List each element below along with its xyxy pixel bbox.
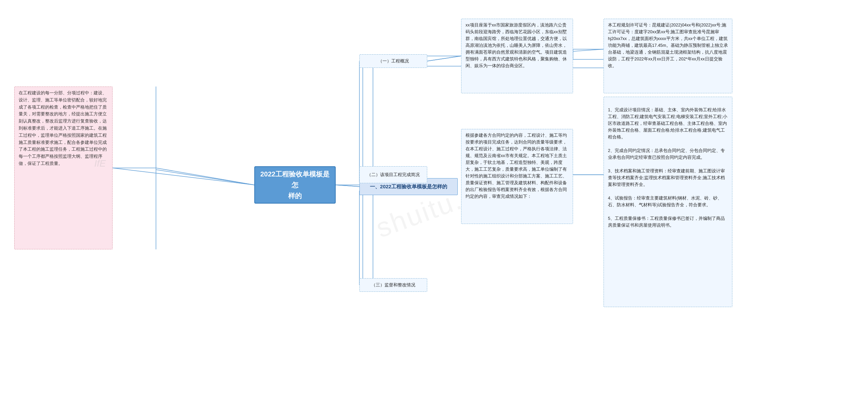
svg-line-6 (336, 185, 359, 187)
detail-overview-left-text: xx项目座落于xx市国家旅游度假区内，滇池路六公贵码头前段迎海路旁，西临海艺花园… (466, 23, 567, 68)
svg-line-1 (156, 168, 254, 185)
detail-completion-main-text: 根据参建各方合同约定的内容，工程设计、施工等均按要求的项目完成任务，达到合同的质… (466, 133, 567, 199)
svg-line-11 (427, 56, 461, 61)
detail-completion-main: 根据参建各方合同约定的内容，工程设计、施工等均按要求的项目完成任务，达到合同的质… (461, 129, 573, 224)
svg-line-34 (113, 168, 254, 185)
center-node: 2022工程验收单模板是怎 样的 (254, 166, 336, 204)
svg-line-20 (156, 170, 254, 185)
level2-completion: （二）该项目工程完成简况 (359, 166, 427, 183)
level2-overview-label: （一）工程概况 (378, 58, 409, 64)
connector-lines (0, 0, 868, 417)
detail-overview-left: xx项目座落于xx市国家旅游度假区内，滇池路六公贵码头前段迎海路旁，西临海艺花园… (461, 19, 573, 93)
svg-line-0 (336, 185, 359, 187)
level2-engineering-overview: （一）工程概况 (359, 54, 427, 68)
level1-label: 一、2022工程验收单模板是怎样的 (370, 183, 447, 191)
detail-overview-right-text: 本工程规划许可证号：昆规建证(2022)04xx号和(2022)xx号;施工许可… (608, 23, 728, 68)
level2-supervision-label: （三）监督和整改情况 (371, 282, 415, 288)
main-canvas: shuitu.cn (0, 0, 868, 417)
detail-overview-right: 本工程规划许可证号：昆规建证(2022)04xx号和(2022)xx号;施工许可… (604, 19, 732, 93)
detail-completion-right: 1、完成设计项目情况：基础、主体、室内外装饰工程;给排水工程、消防工程;建筑电气… (604, 97, 732, 307)
level2-supervision: （三）监督和整改情况 (359, 278, 427, 292)
detail-completion-right-text: 1、完成设计项目情况：基础、主体、室内外装饰工程;给排水工程、消防工程;建筑电气… (608, 108, 727, 228)
left-description-text: 在工程建设的每一分部、分项过程中：建设、设计、监理、施工等单位密切配合，较好地完… (19, 90, 107, 166)
level2-completion-label: （二）该项目工程完成简况 (367, 171, 420, 178)
watermark: shuitu.cn (0, 0, 868, 417)
center-label: 2022工程验收单模板是怎 样的 (259, 169, 331, 201)
left-description-node: 在工程建设的每一分部、分项过程中：建设、设计、监理、施工等单位密切配合，较好地完… (14, 87, 113, 249)
svg-line-12 (427, 56, 461, 61)
